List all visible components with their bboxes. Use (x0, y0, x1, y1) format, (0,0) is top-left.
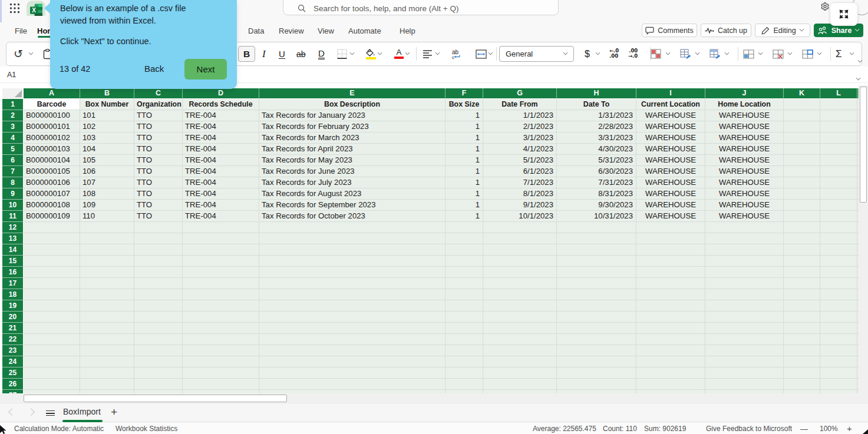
cell-J22[interactable] (705, 334, 784, 345)
cell-J13[interactable] (705, 233, 784, 244)
cell-B10[interactable]: 109 (80, 200, 134, 211)
delete-cells-chevron[interactable] (788, 42, 792, 65)
cell-F7[interactable]: 1 (445, 166, 483, 177)
cell-I21[interactable] (636, 323, 705, 334)
insert-cells-button[interactable] (743, 42, 754, 65)
feedback-link[interactable]: Give Feedback to Microsoft (706, 425, 792, 433)
cell-A10[interactable]: B000000108 (24, 200, 80, 211)
cell-K8[interactable] (784, 177, 820, 188)
cell-C11[interactable]: TTO (134, 211, 183, 222)
row-header-20[interactable]: 20 (2, 312, 24, 323)
cell-C1[interactable]: Organization (134, 99, 183, 110)
cell-C26[interactable] (134, 379, 183, 390)
format-cells-chevron[interactable] (817, 42, 821, 65)
cell-G7[interactable]: 6/1/2023 (483, 166, 557, 177)
cell-A22[interactable] (24, 334, 80, 345)
cell-E26[interactable] (259, 379, 445, 390)
cell-J18[interactable] (705, 289, 784, 300)
cell-K12[interactable] (784, 222, 820, 233)
cell-B11[interactable]: 110 (80, 211, 134, 222)
cell-J21[interactable] (705, 323, 784, 334)
zoom-out-button[interactable]: — (800, 425, 808, 433)
fill-color-button[interactable] (365, 42, 376, 65)
cell-G10[interactable]: 9/1/2023 (483, 200, 557, 211)
cell-H14[interactable] (557, 244, 636, 256)
cell-G11[interactable]: 10/1/2023 (483, 211, 557, 222)
cell-F5[interactable]: 1 (445, 144, 483, 155)
cell-I14[interactable] (636, 244, 705, 256)
cell-L22[interactable] (820, 334, 857, 345)
cell-A24[interactable] (24, 356, 80, 367)
cell-E18[interactable] (259, 289, 445, 300)
cell-K18[interactable] (784, 289, 820, 300)
cell-K1[interactable] (784, 99, 820, 110)
cell-E12[interactable] (259, 222, 445, 233)
cell-D25[interactable] (183, 367, 259, 379)
tooltip-back-button[interactable]: Back (144, 64, 164, 74)
cell-B9[interactable]: 108 (80, 188, 134, 200)
cell-I1[interactable]: Current Location (636, 99, 705, 110)
cell-C2[interactable]: TTO (134, 110, 183, 121)
cell-styles-chevron[interactable] (725, 42, 729, 65)
cell-L7[interactable] (820, 166, 857, 177)
cell-H17[interactable] (557, 278, 636, 289)
italic-button[interactable]: I (262, 42, 266, 65)
vertical-scrollbar-thumb[interactable] (860, 87, 867, 203)
cell-H5[interactable]: 4/30/2023 (557, 144, 636, 155)
cell-H26[interactable] (557, 379, 636, 390)
cell-A17[interactable] (24, 278, 80, 289)
editing-mode-button[interactable]: Editing (755, 24, 810, 37)
cell-A6[interactable]: B000000104 (24, 155, 80, 166)
cell-L24[interactable] (820, 356, 857, 367)
tab-automate[interactable]: Automate (348, 26, 381, 35)
format-as-table-button[interactable] (680, 42, 691, 65)
cell-D1[interactable]: Records Schedule (183, 99, 259, 110)
workbook-statistics-button[interactable]: Workbook Statistics (115, 425, 177, 433)
cell-F19[interactable] (445, 300, 483, 312)
cell-D19[interactable] (183, 300, 259, 312)
cell-L5[interactable] (820, 144, 857, 155)
format-as-table-chevron[interactable] (695, 42, 699, 65)
align-menu-chevron[interactable] (435, 42, 440, 65)
row-header-21[interactable]: 21 (2, 323, 24, 334)
col-header-F[interactable]: F (445, 88, 483, 99)
cell-A15[interactable] (24, 256, 80, 267)
cell-E11[interactable]: Tax Records for October 2023 (259, 211, 445, 222)
cell-I5[interactable]: WAREHOUSE (636, 144, 705, 155)
col-header-E[interactable]: E (259, 88, 445, 99)
cell-A16[interactable] (24, 267, 80, 278)
ribbon-overflow-chevron[interactable] (858, 54, 862, 65)
prev-sheet-button[interactable] (8, 408, 16, 416)
cell-I13[interactable] (636, 233, 705, 244)
col-header-A[interactable]: A (24, 88, 80, 99)
cell-D8[interactable]: TRE-004 (183, 177, 259, 188)
cell-E22[interactable] (259, 334, 445, 345)
cell-G20[interactable] (483, 312, 557, 323)
merge-menu-chevron[interactable] (489, 42, 493, 65)
cell-J3[interactable]: WAREHOUSE (705, 121, 784, 132)
cell-A4[interactable]: B000000102 (24, 132, 80, 144)
cell-G15[interactable] (483, 256, 557, 267)
cell-E21[interactable] (259, 323, 445, 334)
zoom-in-button[interactable]: + (847, 423, 852, 433)
cell-E4[interactable]: Tax Records for March 2023 (259, 132, 445, 144)
cell-K10[interactable] (784, 200, 820, 211)
cell-K9[interactable] (784, 188, 820, 200)
cell-F16[interactable] (445, 267, 483, 278)
cell-L15[interactable] (820, 256, 857, 267)
cell-B26[interactable] (80, 379, 134, 390)
cell-K24[interactable] (784, 356, 820, 367)
cell-I3[interactable]: WAREHOUSE (636, 121, 705, 132)
cell-E17[interactable] (259, 278, 445, 289)
cell-I12[interactable] (636, 222, 705, 233)
next-sheet-button[interactable] (27, 408, 35, 416)
autosum-chevron[interactable] (850, 42, 854, 65)
cell-J14[interactable] (705, 244, 784, 256)
cell-B23[interactable] (80, 345, 134, 356)
cell-D3[interactable]: TRE-004 (183, 121, 259, 132)
cell-C18[interactable] (134, 289, 183, 300)
cell-B7[interactable]: 106 (80, 166, 134, 177)
cell-L8[interactable] (820, 177, 857, 188)
cell-F25[interactable] (445, 367, 483, 379)
cell-L26[interactable] (820, 379, 857, 390)
